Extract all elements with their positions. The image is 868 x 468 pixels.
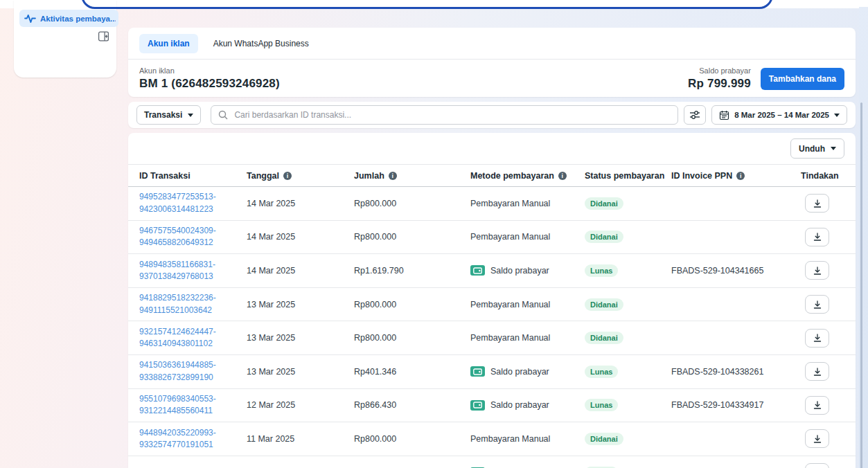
amount-cell: Rp800.000 — [354, 232, 470, 242]
column-header: Jumlahi — [354, 171, 470, 181]
download-receipt-button[interactable] — [805, 261, 829, 280]
download-receipt-button[interactable] — [805, 194, 829, 213]
account-summary-card: Akun iklan Akun WhatsApp Business Akun i… — [128, 28, 856, 97]
chevron-down-icon — [188, 114, 193, 117]
transaction-id-link[interactable]: 9418829518232236-9491115521003642 — [139, 292, 240, 316]
status-badge: Didanai — [585, 231, 623, 243]
action-cell — [801, 463, 844, 468]
activity-pulse-icon — [24, 14, 36, 23]
download-dropdown-button[interactable]: Unduh — [790, 138, 844, 159]
calendar-icon — [719, 110, 729, 120]
transaction-id-link[interactable]: 9495283477253513-9423006314481223 — [139, 191, 240, 215]
filters-card: Transaksi 8 Mar 2025 – 14 Mar 2025 — [128, 102, 856, 128]
action-cell — [801, 329, 844, 348]
tab-ad-account[interactable]: Akun iklan — [139, 34, 198, 53]
date-cell: 13 Mar 2025 — [247, 300, 354, 309]
status-badge: Didanai — [585, 197, 623, 210]
date-range-picker[interactable]: 8 Mar 2025 – 14 Mar 2025 — [711, 105, 847, 125]
status-cell: Didanai — [585, 332, 671, 344]
amount-cell: Rp866.430 — [354, 400, 470, 410]
method-cell: Pembayaran Manual — [470, 333, 585, 343]
column-header: Status pembayaran — [585, 171, 671, 181]
download-receipt-button[interactable] — [805, 463, 829, 468]
info-icon[interactable]: i — [283, 172, 292, 180]
date-cell: 14 Mar 2025 — [247, 199, 354, 208]
table-row: 9415036361944885-933882673289919013 Mar … — [128, 355, 856, 389]
status-cell: Lunas — [585, 366, 671, 378]
action-cell — [801, 429, 844, 448]
transaction-id-link[interactable]: 9448942035220993-9332574770191051 — [139, 427, 240, 451]
invoice-cell: FBADS-529-104334917 — [671, 400, 801, 410]
table-body: 9495283477253513-942300631448122314 Mar … — [128, 187, 856, 468]
status-cell: Didanai — [585, 231, 671, 243]
download-receipt-button[interactable] — [805, 429, 829, 448]
amount-cell: Rp800.000 — [354, 333, 470, 343]
invoice-cell: FBADS-529-104338261 — [671, 367, 801, 377]
prepaid-wallet-icon — [470, 366, 485, 377]
method-cell: Saldo prabayar — [470, 366, 585, 377]
download-receipt-button[interactable] — [805, 295, 829, 314]
action-cell — [801, 295, 844, 314]
method-cell: Pembayaran Manual — [470, 199, 585, 208]
info-icon[interactable]: i — [736, 172, 745, 180]
method-cell: Pembayaran Manual — [470, 434, 585, 444]
table-row: 9467575540024309-949465882064931214 Mar … — [128, 221, 856, 255]
status-cell: Didanai — [585, 197, 671, 210]
column-header: Metode pembayarani — [470, 171, 585, 181]
prepaid-wallet-icon — [470, 400, 485, 411]
sidebar-item-payment-activity[interactable]: Aktivitas pembaya... — [19, 10, 118, 27]
transaction-id-link[interactable]: 9321574124624447-9463140943801102 — [139, 326, 240, 350]
download-label: Unduh — [799, 144, 825, 154]
tabs-row: Akun iklan Akun WhatsApp Business — [128, 28, 856, 60]
search-box — [211, 105, 678, 125]
table-row: 9489483581166831-937013842976801314 Mar … — [128, 254, 856, 288]
filter-settings-button[interactable] — [684, 105, 706, 125]
add-funds-button[interactable]: Tambahkan dana — [761, 68, 844, 90]
action-cell — [801, 194, 844, 213]
payment-activity-page: Aktivitas pembaya... Akun iklan Akun Wha… — [0, 0, 868, 468]
status-cell: Lunas — [585, 264, 671, 277]
action-cell — [801, 228, 844, 246]
search-input[interactable] — [233, 109, 671, 120]
transaction-id-link[interactable]: 9467575540024309-9494658820649312 — [139, 225, 240, 249]
transaction-id-link[interactable]: 9489483581166831-9370138429768013 — [139, 259, 240, 283]
account-type-label: Akun iklan — [139, 66, 280, 75]
amount-cell: Rp800.000 — [354, 199, 470, 208]
action-cell — [801, 261, 844, 280]
scrollbar-thumb[interactable] — [860, 102, 862, 468]
tab-whatsapp-business[interactable]: Akun WhatsApp Business — [205, 34, 317, 53]
action-cell — [801, 362, 844, 381]
table-header: ID TransaksiTanggaliJumlahiMetode pembay… — [128, 164, 856, 187]
download-receipt-button[interactable] — [805, 362, 829, 381]
status-badge: Lunas — [585, 264, 618, 277]
status-badge: Didanai — [585, 433, 623, 445]
sidebar-card: Aktivitas pembaya... — [14, 0, 116, 78]
invoice-cell: FBADS-529-104341665 — [671, 266, 801, 276]
download-receipt-button[interactable] — [805, 396, 829, 415]
status-badge: Didanai — [585, 298, 623, 311]
download-receipt-button[interactable] — [805, 228, 829, 246]
info-icon[interactable]: i — [558, 172, 567, 180]
date-cell: 13 Mar 2025 — [247, 367, 354, 377]
status-badge: Lunas — [585, 366, 618, 378]
collapse-sidebar-icon[interactable] — [97, 30, 109, 43]
status-cell: Didanai — [585, 433, 671, 445]
date-range-label: 8 Mar 2025 – 14 Mar 2025 — [734, 111, 829, 119]
transaction-type-dropdown[interactable]: Transaksi — [136, 105, 201, 125]
amount-cell: Rp401.346 — [354, 367, 470, 377]
info-icon[interactable]: i — [389, 172, 397, 180]
status-badge: Lunas — [585, 399, 618, 411]
prepaid-wallet-icon — [470, 265, 485, 276]
download-row: Unduh — [128, 133, 856, 164]
table-row: 9418829518232236-949111552100364213 Mar … — [128, 288, 856, 322]
transaction-id-link[interactable]: 9551079698340553-9312214485560411 — [139, 393, 240, 417]
method-cell: Pembayaran Manual — [470, 300, 585, 309]
vertical-scrollbar[interactable] — [859, 7, 868, 468]
transaction-id-link[interactable]: 9415036361944885-9338826732899190 — [139, 359, 240, 384]
sidebar-item-label: Aktivitas pembaya... — [40, 15, 116, 23]
download-receipt-button[interactable] — [805, 329, 829, 348]
status-badge: Didanai — [585, 332, 623, 344]
status-cell: Didanai — [585, 298, 671, 311]
search-icon — [218, 110, 228, 120]
method-cell: Saldo prabayar — [470, 265, 585, 276]
